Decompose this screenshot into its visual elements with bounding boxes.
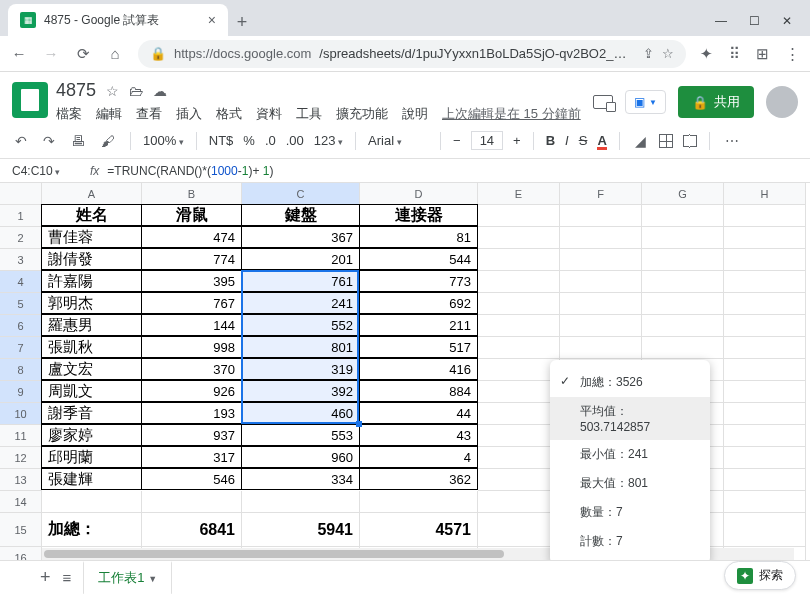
name-cell[interactable]: 邱明蘭: [41, 446, 142, 468]
cell[interactable]: [560, 315, 642, 337]
strike-button[interactable]: S: [579, 133, 588, 148]
cell[interactable]: [560, 293, 642, 315]
col-header[interactable]: D: [360, 183, 478, 205]
header-cell[interactable]: 姓名: [41, 204, 142, 226]
fontsize-inc[interactable]: +: [513, 133, 521, 148]
cell[interactable]: [478, 381, 560, 403]
value-cell[interactable]: 4: [359, 446, 478, 468]
value-cell[interactable]: 334: [241, 468, 360, 490]
value-cell[interactable]: 43: [359, 424, 478, 446]
cell[interactable]: [478, 447, 560, 469]
browser-tab[interactable]: ▦ 4875 - Google 試算表 ×: [8, 4, 228, 36]
cell[interactable]: [642, 271, 724, 293]
fontsize-input[interactable]: 14: [471, 131, 503, 150]
value-cell[interactable]: 474: [141, 226, 242, 248]
sheet-tab-1[interactable]: 工作表1 ▼: [83, 561, 172, 595]
name-cell[interactable]: 謝季音: [41, 402, 142, 424]
value-cell[interactable]: 767: [141, 292, 242, 314]
name-cell[interactable]: 羅惠男: [41, 314, 142, 336]
cell[interactable]: [360, 491, 478, 513]
maximize-icon[interactable]: ☐: [749, 14, 760, 28]
value-cell[interactable]: 395: [141, 270, 242, 292]
bold-button[interactable]: B: [546, 133, 555, 148]
cell[interactable]: [724, 381, 806, 403]
menu-data[interactable]: 資料: [256, 105, 282, 123]
value-cell[interactable]: 552: [241, 314, 360, 336]
star-doc-icon[interactable]: ☆: [106, 83, 119, 99]
zoom-select[interactable]: 100%: [143, 133, 184, 148]
dec00-button[interactable]: .00: [286, 133, 304, 148]
value-cell[interactable]: 211: [359, 314, 478, 336]
doc-title[interactable]: 4875: [56, 80, 96, 101]
header-cell[interactable]: 滑鼠: [141, 204, 242, 226]
more-icon[interactable]: ⋯: [722, 131, 742, 151]
extensions-icon[interactable]: ✦: [700, 45, 713, 63]
cell[interactable]: [478, 337, 560, 359]
cell[interactable]: [478, 227, 560, 249]
menu-view[interactable]: 查看: [136, 105, 162, 123]
fillcolor-button[interactable]: ◢: [632, 131, 649, 151]
ext-icon[interactable]: ⊞: [756, 45, 769, 63]
cell[interactable]: [560, 271, 642, 293]
cell[interactable]: [642, 227, 724, 249]
total-cell[interactable]: 5941: [242, 513, 360, 547]
home-icon[interactable]: ⌂: [106, 45, 124, 62]
popup-min[interactable]: 最小值：241: [550, 440, 710, 469]
reload-icon[interactable]: ⟳: [74, 45, 92, 63]
row-header[interactable]: 8: [0, 359, 42, 381]
cloud-icon[interactable]: ☁: [153, 83, 167, 99]
cell[interactable]: [642, 315, 724, 337]
value-cell[interactable]: 144: [141, 314, 242, 336]
value-cell[interactable]: 553: [241, 424, 360, 446]
merge-button[interactable]: [683, 135, 697, 147]
name-cell[interactable]: 廖家婷: [41, 424, 142, 446]
avatar[interactable]: [766, 86, 798, 118]
col-header[interactable]: F: [560, 183, 642, 205]
minimize-icon[interactable]: —: [715, 14, 727, 28]
value-cell[interactable]: 193: [141, 402, 242, 424]
menu-edit[interactable]: 編輯: [96, 105, 122, 123]
value-cell[interactable]: 362: [359, 468, 478, 490]
cell[interactable]: [478, 513, 560, 547]
cell[interactable]: [478, 359, 560, 381]
cell[interactable]: [560, 249, 642, 271]
cell[interactable]: [724, 403, 806, 425]
cell[interactable]: [642, 249, 724, 271]
comments-icon[interactable]: [593, 95, 613, 109]
popup-cnt[interactable]: 數量：7: [550, 498, 710, 527]
cell[interactable]: [724, 425, 806, 447]
value-cell[interactable]: 241: [241, 292, 360, 314]
cell[interactable]: [478, 403, 560, 425]
dec0-button[interactable]: .0: [265, 133, 276, 148]
close-window-icon[interactable]: ✕: [782, 14, 792, 28]
row-header[interactable]: 15: [0, 513, 42, 547]
close-icon[interactable]: ×: [208, 12, 216, 28]
new-tab-button[interactable]: +: [228, 8, 256, 36]
menu-icon[interactable]: ⋮: [785, 45, 800, 63]
name-cell[interactable]: 張建輝: [41, 468, 142, 490]
value-cell[interactable]: 370: [141, 358, 242, 380]
cell[interactable]: [724, 491, 806, 513]
value-cell[interactable]: 801: [241, 336, 360, 358]
name-cell[interactable]: 周凱文: [41, 380, 142, 402]
row-header[interactable]: 6: [0, 315, 42, 337]
row-header[interactable]: 1: [0, 205, 42, 227]
value-cell[interactable]: 546: [141, 468, 242, 490]
last-edit[interactable]: 上次編輯是在 15 分鐘前: [442, 105, 581, 123]
value-cell[interactable]: 761: [241, 270, 360, 292]
cell[interactable]: [724, 513, 806, 547]
italic-button[interactable]: I: [565, 133, 569, 148]
value-cell[interactable]: 774: [141, 248, 242, 270]
cell[interactable]: [642, 337, 724, 359]
row-header[interactable]: 10: [0, 403, 42, 425]
name-box[interactable]: C4:C10: [0, 164, 82, 178]
fontsize-dec[interactable]: −: [453, 133, 461, 148]
formula-input[interactable]: =TRUNC(RAND()*(1000-1)+ 1): [107, 164, 810, 178]
cell[interactable]: [724, 271, 806, 293]
cell[interactable]: [724, 337, 806, 359]
value-cell[interactable]: 392: [241, 380, 360, 402]
value-cell[interactable]: 460: [241, 402, 360, 424]
cell[interactable]: [724, 293, 806, 315]
print-icon[interactable]: 🖶: [68, 131, 88, 151]
header-cell[interactable]: 連接器: [359, 204, 478, 226]
